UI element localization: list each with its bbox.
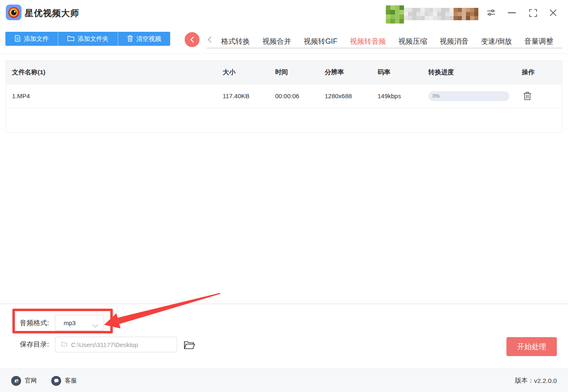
official-website-label: 官网: [25, 377, 37, 385]
tab-video-mute[interactable]: 视频消音: [440, 33, 468, 49]
tab-format-convert[interactable]: 格式转换: [221, 33, 250, 49]
chevron-right-icon[interactable]: [550, 36, 554, 43]
customer-support-link[interactable]: 客服: [51, 369, 77, 392]
cell-bitrate: 149kbps: [378, 92, 428, 99]
col-header-filename: 文件名称(1): [6, 68, 223, 77]
table-row: 1.MP4 117.40KB 00:00:06 1280x688 149kbps…: [6, 84, 562, 108]
chevron-left-icon[interactable]: [208, 36, 212, 43]
version-value: v2.2.0.0: [534, 377, 557, 385]
browser-e-icon: e: [11, 376, 21, 386]
user-avatar-pixelated[interactable]: [386, 5, 404, 24]
settings-sliders-icon[interactable]: [485, 7, 497, 19]
add-file-label: 添加文件: [24, 35, 49, 43]
folder-icon: [67, 35, 74, 43]
app-logo-icon: [6, 5, 21, 20]
progress-bar: 0%: [428, 91, 509, 101]
file-table: 文件名称(1) 大小 时间 分辨率 码率 转换进度 操作 1.MP4 117.4…: [6, 60, 562, 133]
audio-format-dropdown[interactable]: mp3: [55, 315, 104, 331]
version-label: 版本：: [515, 376, 534, 385]
footer: e 官网 客服 版本： v2.2.0.0: [0, 368, 568, 392]
settings-panel: [0, 304, 568, 368]
tab-volume-adjust[interactable]: 音量调整: [524, 33, 553, 49]
file-actions-group: 添加文件 添加文件夹 清空视频: [5, 32, 170, 46]
app-title: 星优视频大师: [25, 7, 79, 19]
document-icon: [14, 35, 21, 43]
add-folder-label: 添加文件夹: [78, 35, 109, 43]
chat-bubble-icon: [51, 376, 61, 386]
maximize-button[interactable]: [527, 7, 539, 19]
tab-video-to-gif[interactable]: 视频转GIF: [304, 33, 337, 49]
browse-folder-icon[interactable]: [183, 339, 195, 351]
clear-videos-label: 清空视频: [136, 35, 161, 43]
tabs-underline-track: [207, 47, 563, 49]
user-name-pixelated[interactable]: [404, 8, 454, 20]
col-header-actions: 操作: [516, 68, 562, 77]
clear-videos-button[interactable]: 清空视频: [118, 32, 170, 46]
col-header-bitrate: 码率: [378, 68, 428, 77]
audio-format-value: mp3: [55, 319, 76, 326]
tab-video-merge[interactable]: 视频合并: [262, 33, 291, 49]
table-header-row: 文件名称(1) 大小 时间 分辨率 码率 转换进度 操作: [6, 61, 562, 84]
add-folder-button[interactable]: 添加文件夹: [58, 32, 118, 46]
official-website-link[interactable]: e 官网: [11, 369, 37, 392]
customer-support-label: 客服: [65, 377, 77, 385]
tab-video-to-audio[interactable]: 视频转音频: [350, 33, 386, 49]
cell-duration: 00:00:06: [275, 92, 325, 99]
cell-filename: 1.MP4: [6, 92, 223, 99]
save-dir-value: C:\Users\31177\Desktop: [71, 341, 138, 348]
audio-format-label: 音频格式:: [20, 319, 49, 328]
version-info: 版本： v2.2.0.0: [515, 369, 557, 392]
folder-small-icon: [61, 341, 67, 348]
start-processing-button[interactable]: 开始处理: [506, 337, 557, 356]
trash-icon: [127, 35, 133, 43]
save-dir-input[interactable]: C:\Users\31177\Desktop: [55, 337, 177, 352]
minimize-button[interactable]: [506, 7, 518, 19]
tab-speed-reverse[interactable]: 变速/倒放: [481, 33, 512, 49]
feature-tabs: 格式转换 视频合并 视频转GIF 视频转音频 视频压缩 视频消音 变速/倒放 音…: [221, 33, 553, 49]
col-header-resolution: 分辨率: [325, 68, 378, 77]
save-dir-label: 保存目录:: [20, 340, 49, 349]
progress-value: 0%: [433, 93, 440, 99]
tabs-scroll-back-button[interactable]: [185, 32, 200, 47]
close-button[interactable]: [547, 7, 559, 19]
add-file-button[interactable]: 添加文件: [5, 32, 58, 46]
col-header-size: 大小: [223, 68, 275, 77]
col-header-progress: 转换进度: [428, 68, 516, 77]
app-window: 星优视频大师 添加文件: [0, 0, 568, 392]
cell-resolution: 1280x688: [325, 92, 378, 99]
header-divider: [0, 54, 568, 54]
delete-row-trash-icon[interactable]: [522, 91, 532, 102]
chevron-down-icon: [93, 322, 98, 329]
user-badge-pixelated[interactable]: [454, 8, 478, 20]
col-header-duration: 时间: [275, 68, 325, 77]
tab-video-compress[interactable]: 视频压缩: [398, 33, 427, 49]
cell-size: 117.40KB: [223, 92, 275, 99]
